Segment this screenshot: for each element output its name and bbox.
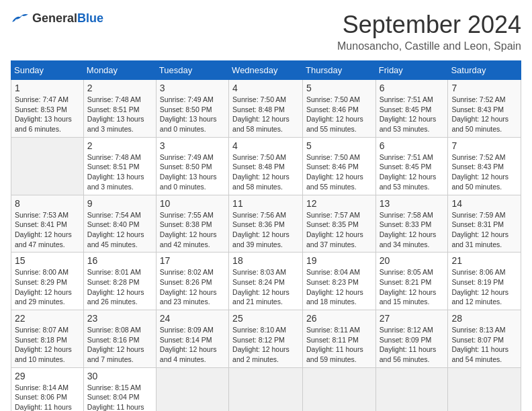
table-row: 9 Sunrise: 7:54 AMSunset: 8:40 PMDayligh…: [83, 195, 156, 253]
weekday-header-row: Sunday Monday Tuesday Wednesday Thursday…: [11, 61, 521, 80]
header-wednesday: Wednesday: [229, 61, 303, 80]
header-tuesday: Tuesday: [156, 61, 228, 80]
table-row: 5 Sunrise: 7:50 AMSunset: 8:46 PMDayligh…: [303, 80, 376, 138]
day-number: 26: [306, 313, 372, 324]
day-number: 1: [15, 83, 80, 93]
day-info: Sunrise: 7:47 AMSunset: 8:53 PMDaylight:…: [15, 95, 72, 133]
day-number: 5: [306, 83, 372, 93]
day-info: Sunrise: 8:11 AMSunset: 8:11 PMDaylight:…: [306, 326, 363, 363]
table-row: 22 Sunrise: 8:07 AMSunset: 8:18 PMDaylig…: [11, 310, 84, 368]
day-number: 29: [15, 371, 80, 381]
day-number: 18: [232, 255, 299, 266]
table-row: 29 Sunrise: 8:14 AMSunset: 8:06 PMDaylig…: [11, 367, 84, 411]
day-info: Sunrise: 7:49 AMSunset: 8:50 PMDaylight:…: [160, 153, 217, 191]
day-info: Sunrise: 7:51 AMSunset: 8:45 PMDaylight:…: [380, 153, 437, 191]
table-row: 1 Sunrise: 7:47 AMSunset: 8:53 PMDayligh…: [11, 80, 84, 138]
table-row: [11, 137, 84, 195]
day-number: 4: [232, 83, 299, 93]
day-info: Sunrise: 7:58 AMSunset: 8:33 PMDaylight:…: [380, 211, 437, 248]
day-info: Sunrise: 7:56 AMSunset: 8:36 PMDaylight:…: [232, 211, 290, 248]
logo-icon: [11, 11, 30, 26]
day-info: Sunrise: 7:48 AMSunset: 8:51 PMDaylight:…: [87, 95, 144, 133]
table-row: [156, 367, 228, 411]
calendar-table: Sunday Monday Tuesday Wednesday Thursday…: [11, 60, 521, 411]
logo: GeneralBlue: [11, 11, 103, 26]
calendar-week-row: 15 Sunrise: 8:00 AMSunset: 8:29 PMDaylig…: [11, 253, 521, 310]
day-info: Sunrise: 8:02 AMSunset: 8:26 PMDaylight:…: [160, 268, 217, 306]
table-row: [303, 367, 376, 411]
calendar-week-row: 29 Sunrise: 8:14 AMSunset: 8:06 PMDaylig…: [11, 367, 521, 411]
table-row: 2 Sunrise: 7:48 AMSunset: 8:51 PMDayligh…: [83, 137, 156, 195]
day-info: Sunrise: 7:59 AMSunset: 8:31 PMDaylight:…: [451, 211, 508, 248]
table-row: 16 Sunrise: 8:01 AMSunset: 8:28 PMDaylig…: [83, 253, 156, 310]
day-number: 27: [380, 313, 445, 324]
day-info: Sunrise: 7:49 AMSunset: 8:50 PMDaylight:…: [160, 95, 217, 133]
day-info: Sunrise: 8:06 AMSunset: 8:19 PMDaylight:…: [451, 268, 508, 306]
table-row: 19 Sunrise: 8:04 AMSunset: 8:23 PMDaylig…: [303, 253, 376, 310]
day-number: 10: [160, 198, 225, 209]
table-row: 26 Sunrise: 8:11 AMSunset: 8:11 PMDaylig…: [303, 310, 376, 368]
location: Munosancho, Castille and Leon, Spain: [337, 40, 521, 52]
day-info: Sunrise: 8:15 AMSunset: 8:04 PMDaylight:…: [87, 383, 144, 411]
day-number: 2: [87, 83, 152, 93]
table-row: [448, 367, 521, 411]
day-number: 12: [306, 198, 372, 209]
day-number: 15: [15, 255, 80, 266]
day-number: 19: [306, 255, 372, 266]
table-row: 23 Sunrise: 8:08 AMSunset: 8:16 PMDaylig…: [83, 310, 156, 368]
calendar-week-row: 8 Sunrise: 7:53 AMSunset: 8:41 PMDayligh…: [11, 195, 521, 253]
day-number: 28: [451, 313, 517, 324]
day-number: 30: [87, 371, 152, 381]
day-number: 9: [87, 198, 152, 209]
logo-general: General: [32, 11, 77, 25]
logo-blue: Blue: [77, 11, 103, 25]
day-number: 22: [15, 313, 80, 324]
calendar-week-row: 22 Sunrise: 8:07 AMSunset: 8:18 PMDaylig…: [11, 310, 521, 368]
table-row: 3 Sunrise: 7:49 AMSunset: 8:50 PMDayligh…: [156, 80, 228, 138]
logo-text: GeneralBlue: [32, 11, 103, 26]
table-row: 3 Sunrise: 7:49 AMSunset: 8:50 PMDayligh…: [156, 137, 228, 195]
table-row: 18 Sunrise: 8:03 AMSunset: 8:24 PMDaylig…: [229, 253, 303, 310]
day-info: Sunrise: 8:10 AMSunset: 8:12 PMDaylight:…: [232, 326, 290, 363]
day-info: Sunrise: 8:07 AMSunset: 8:18 PMDaylight:…: [15, 326, 72, 363]
table-row: 14 Sunrise: 7:59 AMSunset: 8:31 PMDaylig…: [448, 195, 521, 253]
day-info: Sunrise: 8:08 AMSunset: 8:16 PMDaylight:…: [87, 326, 144, 363]
day-info: Sunrise: 7:52 AMSunset: 8:43 PMDaylight:…: [451, 95, 508, 133]
table-row: [375, 367, 448, 411]
table-row: 2 Sunrise: 7:48 AMSunset: 8:51 PMDayligh…: [83, 80, 156, 138]
page-header: GeneralBlue September 2024 Munosancho, C…: [11, 11, 521, 52]
calendar-week-row: 2 Sunrise: 7:48 AMSunset: 8:51 PMDayligh…: [11, 137, 521, 195]
day-number: 2: [87, 140, 152, 151]
table-row: 10 Sunrise: 7:55 AMSunset: 8:38 PMDaylig…: [156, 195, 228, 253]
table-row: 12 Sunrise: 7:57 AMSunset: 8:35 PMDaylig…: [303, 195, 376, 253]
table-row: 15 Sunrise: 8:00 AMSunset: 8:29 PMDaylig…: [11, 253, 84, 310]
day-number: 6: [380, 140, 445, 151]
header-sunday: Sunday: [11, 61, 84, 80]
table-row: 27 Sunrise: 8:12 AMSunset: 8:09 PMDaylig…: [375, 310, 448, 368]
day-info: Sunrise: 8:01 AMSunset: 8:28 PMDaylight:…: [87, 268, 144, 306]
table-row: [229, 367, 303, 411]
table-row: 4 Sunrise: 7:50 AMSunset: 8:48 PMDayligh…: [229, 80, 303, 138]
table-row: 13 Sunrise: 7:58 AMSunset: 8:33 PMDaylig…: [375, 195, 448, 253]
header-friday: Friday: [375, 61, 448, 80]
table-row: 4 Sunrise: 7:50 AMSunset: 8:48 PMDayligh…: [229, 137, 303, 195]
month-title: September 2024: [337, 11, 521, 39]
day-number: 21: [451, 255, 517, 266]
day-info: Sunrise: 7:55 AMSunset: 8:38 PMDaylight:…: [160, 211, 217, 248]
day-info: Sunrise: 7:48 AMSunset: 8:51 PMDaylight:…: [87, 153, 144, 191]
table-row: 6 Sunrise: 7:51 AMSunset: 8:45 PMDayligh…: [375, 80, 448, 138]
day-number: 6: [380, 83, 445, 93]
day-info: Sunrise: 8:04 AMSunset: 8:23 PMDaylight:…: [306, 268, 363, 306]
day-number: 17: [160, 255, 225, 266]
day-info: Sunrise: 8:13 AMSunset: 8:07 PMDaylight:…: [451, 326, 508, 363]
day-info: Sunrise: 7:57 AMSunset: 8:35 PMDaylight:…: [306, 211, 363, 248]
table-row: 8 Sunrise: 7:53 AMSunset: 8:41 PMDayligh…: [11, 195, 84, 253]
day-number: 24: [160, 313, 225, 324]
day-info: Sunrise: 8:09 AMSunset: 8:14 PMDaylight:…: [160, 326, 217, 363]
day-number: 25: [232, 313, 299, 324]
header-saturday: Saturday: [448, 61, 521, 80]
day-number: 16: [87, 255, 152, 266]
table-row: 20 Sunrise: 8:05 AMSunset: 8:21 PMDaylig…: [375, 253, 448, 310]
header-monday: Monday: [83, 61, 156, 80]
table-row: 28 Sunrise: 8:13 AMSunset: 8:07 PMDaylig…: [448, 310, 521, 368]
